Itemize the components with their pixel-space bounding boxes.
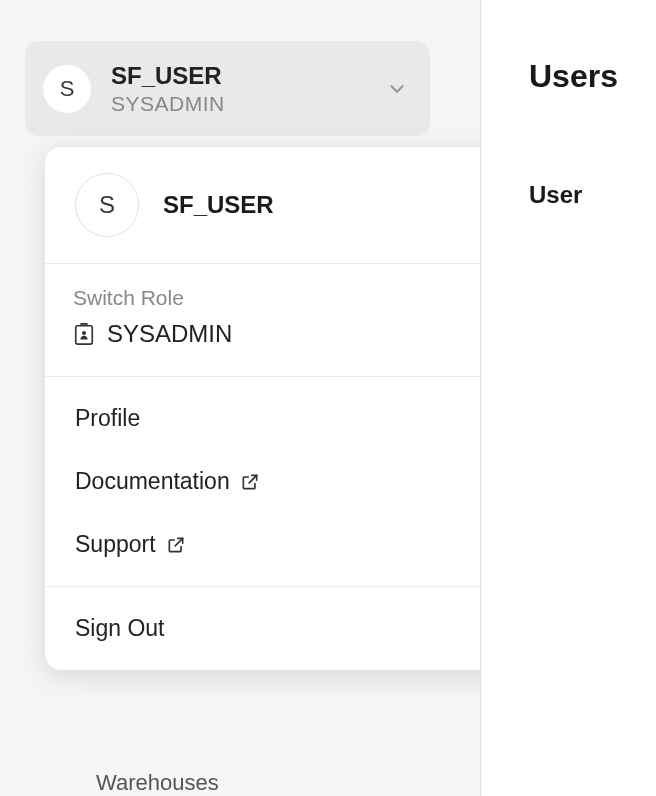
role-badge-icon <box>73 322 95 346</box>
current-role-row: SYSADMIN <box>73 320 532 348</box>
external-link-icon <box>166 535 186 555</box>
menu-item-label: Documentation <box>75 468 230 495</box>
current-role-value: SYSADMIN <box>107 320 232 348</box>
user-info: SF_USER SYSADMIN <box>111 62 386 116</box>
menu-item-label: Support <box>75 531 156 558</box>
sidebar: S SF_USER SYSADMIN Warehouses S SF_USER … <box>0 0 480 796</box>
external-link-icon <box>240 472 260 492</box>
switch-role-label: Switch Role <box>73 286 532 310</box>
dropdown-username: SF_USER <box>163 191 274 219</box>
page-title: Users <box>529 58 656 95</box>
avatar: S <box>43 65 91 113</box>
section-heading: User <box>529 181 656 209</box>
svg-point-1 <box>82 331 86 335</box>
nav-item-warehouses[interactable]: Warehouses <box>96 770 219 796</box>
user-name: SF_USER <box>111 62 386 90</box>
menu-item-label: Profile <box>75 405 140 432</box>
menu-item-label: Sign Out <box>75 615 165 642</box>
user-role: SYSADMIN <box>111 92 386 116</box>
chevron-down-icon <box>386 78 408 100</box>
user-selector-button[interactable]: S SF_USER SYSADMIN <box>25 41 430 136</box>
switch-role-content: Switch Role SYSADMIN <box>73 286 532 348</box>
main-content: Users User <box>480 0 656 796</box>
avatar: S <box>75 173 139 237</box>
